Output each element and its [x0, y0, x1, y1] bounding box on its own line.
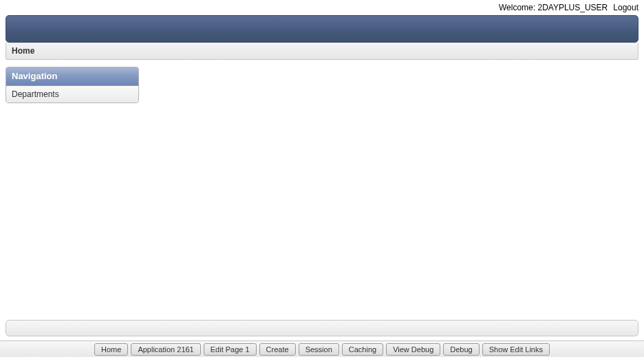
dev-show-edit-links-button[interactable]: Show Edit Links: [482, 343, 550, 356]
footer-bar: [6, 320, 638, 336]
dev-create-button[interactable]: Create: [259, 343, 296, 356]
header-banner: [6, 15, 638, 43]
dev-debug-button[interactable]: Debug: [443, 343, 479, 356]
breadcrumb-home[interactable]: Home: [12, 46, 34, 56]
user-top-bar: Welcome: 2DAYPLUS_USER Logout: [0, 0, 644, 14]
dev-edit-page-button[interactable]: Edit Page 1: [204, 343, 257, 356]
dev-caching-button[interactable]: Caching: [342, 343, 383, 356]
developer-toolbar: Home Application 2161 Edit Page 1 Create…: [0, 340, 644, 357]
welcome-label: Welcome:: [499, 3, 537, 12]
main-content: Navigation Departments: [0, 60, 644, 103]
dev-session-button[interactable]: Session: [299, 343, 339, 356]
navigation-region: Navigation Departments: [6, 67, 139, 103]
dev-home-button[interactable]: Home: [94, 343, 128, 356]
logout-link[interactable]: Logout: [613, 3, 638, 12]
dev-application-button[interactable]: Application 2161: [131, 343, 200, 356]
dev-view-debug-button[interactable]: View Debug: [386, 343, 440, 356]
username: 2DAYPLUS_USER: [537, 3, 608, 12]
breadcrumb: Home: [6, 43, 638, 60]
navigation-region-title: Navigation: [6, 67, 138, 86]
welcome-text: Welcome: 2DAYPLUS_USER: [499, 3, 608, 12]
nav-item-departments[interactable]: Departments: [6, 86, 138, 102]
